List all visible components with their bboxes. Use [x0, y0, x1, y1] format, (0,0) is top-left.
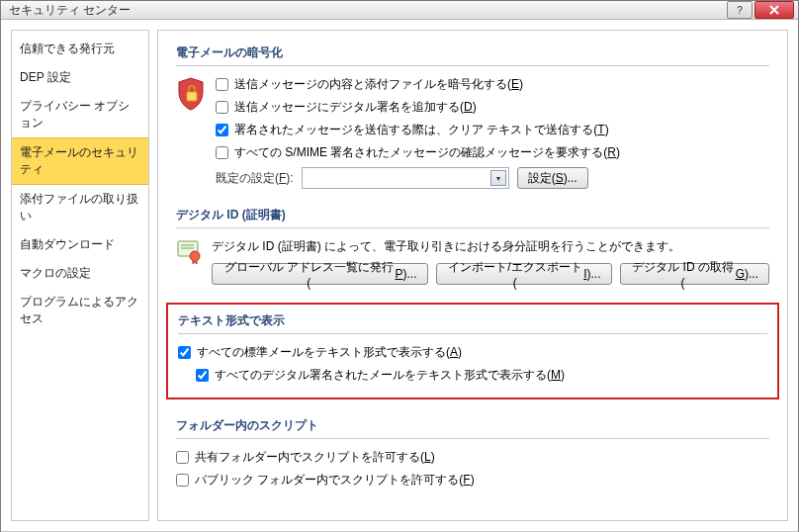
- group-digital-id: デジタル ID (証明書) デジタル ID (証明書) によって、電子取り引きに…: [176, 207, 769, 285]
- checkbox-allow-shared-scripts[interactable]: 共有フォルダー内でスクリプトを許可する(L): [176, 449, 769, 466]
- shield-lock-icon: [176, 76, 206, 112]
- svg-rect-0: [187, 92, 197, 101]
- group-title-text-format: テキスト形式で表示: [178, 312, 767, 334]
- get-digital-id-button[interactable]: デジタル ID の取得(G)...: [620, 263, 769, 285]
- sidebar-item-dep[interactable]: DEP 設定: [12, 63, 148, 92]
- checkbox-public-label: パブリック フォルダー内でスクリプトを許可する(F): [195, 472, 475, 488]
- sidebar-item-auto-download[interactable]: 自動ダウンロード: [12, 230, 148, 259]
- checkbox-sign-input[interactable]: [216, 101, 228, 114]
- checkbox-public-input[interactable]: [176, 474, 189, 487]
- sidebar-item-email-security[interactable]: 電子メールのセキュリティ: [12, 137, 148, 185]
- titlebar: セキュリティ センター ?: [1, 1, 798, 20]
- group-title-digital-id: デジタル ID (証明書): [176, 207, 769, 228]
- checkbox-shared-label: 共有フォルダー内でスクリプトを許可する(L): [195, 449, 435, 466]
- checkbox-confirm-input[interactable]: [216, 146, 228, 159]
- sidebar: 信頼できる発行元 DEP 設定 プライバシー オプション 電子メールのセキュリテ…: [11, 30, 149, 521]
- chevron-down-icon: ▾: [490, 170, 506, 186]
- sidebar-item-privacy[interactable]: プライバシー オプション: [12, 92, 148, 137]
- checkbox-read-plain[interactable]: すべての標準メールをテキスト形式で表示する(A): [178, 344, 767, 361]
- checkbox-read-plain-input[interactable]: [178, 346, 191, 359]
- checkbox-read-signed-plain-input[interactable]: [196, 369, 209, 382]
- dialog-body: 信頼できる発行元 DEP 設定 プライバシー オプション 電子メールのセキュリテ…: [1, 20, 798, 531]
- checkbox-sign-label: 送信メッセージにデジタル署名を追加する(D): [234, 99, 477, 116]
- checkbox-shared-input[interactable]: [176, 451, 189, 464]
- checkbox-encrypt-outgoing[interactable]: 送信メッセージの内容と添付ファイルを暗号化する(E): [216, 76, 769, 93]
- group-folder-scripts: フォルダー内のスクリプト 共有フォルダー内でスクリプトを許可する(L) パブリッ…: [176, 417, 769, 488]
- checkbox-request-receipt[interactable]: すべての S/MIME 署名されたメッセージの確認メッセージを要求する(R): [216, 144, 769, 161]
- checkbox-encrypt-label: 送信メッセージの内容と添付ファイルを暗号化する(E): [234, 76, 523, 93]
- checkbox-allow-public-scripts[interactable]: パブリック フォルダー内でスクリプトを許可する(F): [176, 472, 769, 488]
- default-setting-combo[interactable]: ▾: [302, 167, 509, 189]
- certificate-icon: [176, 238, 202, 264]
- checkbox-read-signed-plain[interactable]: すべてのデジタル署名されたメールをテキスト形式で表示する(M): [196, 367, 767, 384]
- checkbox-cleartext-label: 署名されたメッセージを送信する際は、クリア テキストで送信する(T): [234, 122, 609, 138]
- default-setting-label: 既定の設定(F):: [216, 170, 294, 187]
- window-title: セキュリティ センター: [9, 2, 725, 19]
- checkbox-read-plain-label: すべての標準メールをテキスト形式で表示する(A): [197, 344, 462, 361]
- import-export-button[interactable]: インポート/エクスポート(I)...: [436, 263, 612, 285]
- checkbox-confirm-label: すべての S/MIME 署名されたメッセージの確認メッセージを要求する(R): [234, 144, 620, 161]
- content-pane: 電子メールの暗号化 送信メッセージの内容と添付ファイルを暗号化する(E): [157, 30, 788, 521]
- sidebar-item-programmatic-access[interactable]: プログラムによるアクセス: [12, 288, 148, 333]
- sidebar-item-macro[interactable]: マクロの設定: [12, 259, 148, 288]
- close-button[interactable]: [755, 1, 794, 19]
- group-title-encryption: 電子メールの暗号化: [176, 44, 769, 66]
- checkbox-cleartext-input[interactable]: [216, 124, 228, 136]
- group-title-folder-scripts: フォルダー内のスクリプト: [176, 417, 769, 439]
- help-button[interactable]: ?: [727, 1, 753, 19]
- group-text-format: テキスト形式で表示 すべての標準メールをテキスト形式で表示する(A) すべてのデ…: [166, 303, 779, 399]
- checkbox-read-signed-plain-label: すべてのデジタル署名されたメールをテキスト形式で表示する(M): [215, 367, 565, 384]
- group-encryption: 電子メールの暗号化 送信メッセージの内容と添付ファイルを暗号化する(E): [176, 44, 769, 189]
- digital-id-description: デジタル ID (証明書) によって、電子取り引きにおける身分証明を行うことがで…: [212, 238, 769, 255]
- sidebar-item-trusted-publishers[interactable]: 信頼できる発行元: [12, 35, 148, 63]
- checkbox-cleartext[interactable]: 署名されたメッセージを送信する際は、クリア テキストで送信する(T): [216, 122, 769, 138]
- security-center-window: セキュリティ センター ? 信頼できる発行元 DEP 設定 プライバシー オプシ…: [0, 0, 799, 532]
- checkbox-add-signature[interactable]: 送信メッセージにデジタル署名を追加する(D): [216, 99, 769, 116]
- svg-point-4: [190, 251, 200, 261]
- checkbox-encrypt-input[interactable]: [216, 78, 228, 91]
- publish-gal-button[interactable]: グローバル アドレス一覧に発行(P)...: [212, 263, 428, 285]
- close-icon: [769, 5, 779, 15]
- settings-button[interactable]: 設定(S)...: [517, 167, 588, 189]
- sidebar-item-attachments[interactable]: 添付ファイルの取り扱い: [12, 185, 148, 230]
